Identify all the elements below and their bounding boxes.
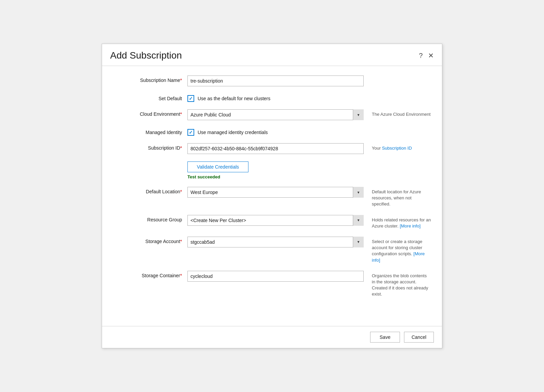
dialog-title: Add Subscription — [110, 50, 182, 61]
subscription-id-label: Subscription ID* — [113, 143, 187, 151]
managed-identity-checkbox-label: Use managed identity credentials — [198, 130, 268, 135]
cloud-environment-hint: The Azure Cloud Environment — [372, 109, 430, 117]
default-location-select[interactable]: West Europe East US West US North Europe — [187, 187, 364, 198]
validate-credentials-row: Validate Credentials Test succeeded — [113, 161, 431, 179]
cancel-button[interactable]: Cancel — [404, 332, 434, 343]
subscription-id-row: Subscription ID* Your Subscription ID — [113, 143, 431, 154]
resource-group-select-wrapper: <Create New Per Cluster> ▼ — [187, 215, 364, 226]
save-button[interactable]: Save — [370, 332, 400, 343]
subscription-name-label: Subscription Name* — [113, 75, 187, 83]
managed-identity-checkmark-icon: ✓ — [189, 130, 193, 135]
default-location-label: Default Location* — [113, 187, 187, 194]
resource-group-label: Resource Group — [113, 215, 187, 222]
dialog-header: Add Subscription ? ✕ — [102, 44, 442, 66]
help-icon[interactable]: ? — [419, 52, 423, 60]
set-default-control: ✓ Use as the default for new clusters — [187, 94, 270, 102]
resource-group-control: <Create New Per Cluster> ▼ — [187, 215, 364, 226]
dialog-footer: Save Cancel — [102, 326, 442, 348]
storage-container-control — [187, 271, 364, 282]
validate-credentials-button[interactable]: Validate Credentials — [187, 161, 248, 172]
checkmark-icon: ✓ — [189, 96, 193, 101]
storage-container-row: Storage Container* Organizes the blob co… — [113, 271, 431, 298]
subscription-name-row: Subscription Name* — [113, 75, 431, 86]
close-icon[interactable]: ✕ — [428, 51, 434, 60]
storage-account-select[interactable]: stgccab5ad — [187, 237, 364, 247]
storage-container-hint: Organizes the blob contents in the stora… — [372, 271, 431, 298]
storage-container-input[interactable] — [187, 271, 364, 282]
managed-identity-row: Managed Identity ✓ Use managed identity … — [113, 128, 431, 136]
cloud-environment-row: Cloud Environment* Azure Public Cloud Az… — [113, 109, 431, 120]
cloud-environment-label: Cloud Environment* — [113, 109, 187, 117]
dialog-body: Subscription Name* Set Default ✓ Use as … — [102, 66, 442, 314]
validate-credentials-control: Validate Credentials Test succeeded — [187, 161, 248, 179]
set-default-checkbox[interactable]: ✓ — [187, 95, 194, 102]
header-icons: ? ✕ — [419, 51, 434, 60]
managed-identity-control: ✓ Use managed identity credentials — [187, 128, 268, 136]
resource-group-more-info-link[interactable]: [More info] — [400, 223, 420, 228]
storage-container-label: Storage Container* — [113, 271, 187, 278]
managed-identity-label: Managed Identity — [113, 128, 187, 135]
cloud-environment-control: Azure Public Cloud Azure US Government A… — [187, 109, 364, 120]
subscription-id-link[interactable]: Subscription ID — [382, 146, 412, 151]
subscription-id-hint: Your Subscription ID — [372, 143, 412, 151]
storage-account-row: Storage Account* stgccab5ad ▼ Select or … — [113, 237, 431, 263]
default-location-control: West Europe East US West US North Europe… — [187, 187, 364, 198]
subscription-id-control — [187, 143, 364, 154]
set-default-row: Set Default ✓ Use as the default for new… — [113, 94, 431, 102]
default-location-hint: Default location for Azure resources, wh… — [372, 187, 431, 208]
subscription-name-input[interactable] — [187, 75, 364, 86]
add-subscription-dialog: Add Subscription ? ✕ Subscription Name* … — [102, 44, 442, 348]
resource-group-hint: Holds related resources for an Azure clu… — [372, 215, 431, 229]
managed-identity-checkbox[interactable]: ✓ — [187, 129, 194, 136]
storage-account-label: Storage Account* — [113, 237, 187, 244]
default-location-select-wrapper: West Europe East US West US North Europe… — [187, 187, 364, 198]
resource-group-select[interactable]: <Create New Per Cluster> — [187, 215, 364, 226]
cloud-environment-select-wrapper: Azure Public Cloud Azure US Government A… — [187, 109, 364, 120]
resource-group-row: Resource Group <Create New Per Cluster> … — [113, 215, 431, 229]
set-default-checkbox-row: ✓ Use as the default for new clusters — [187, 94, 270, 102]
subscription-id-input[interactable] — [187, 143, 364, 154]
set-default-label: Set Default — [113, 94, 187, 101]
test-success-text: Test succeeded — [187, 174, 248, 179]
cloud-environment-select[interactable]: Azure Public Cloud Azure US Government A… — [187, 109, 364, 120]
subscription-name-control — [187, 75, 364, 86]
storage-account-hint: Select or create a storage account for s… — [372, 237, 431, 263]
storage-account-select-wrapper: stgccab5ad ▼ — [187, 237, 364, 247]
storage-account-control: stgccab5ad ▼ — [187, 237, 364, 247]
set-default-checkbox-label: Use as the default for new clusters — [198, 96, 270, 101]
default-location-row: Default Location* West Europe East US We… — [113, 187, 431, 208]
managed-identity-checkbox-row: ✓ Use managed identity credentials — [187, 128, 268, 136]
validate-credentials-spacer — [113, 161, 187, 164]
